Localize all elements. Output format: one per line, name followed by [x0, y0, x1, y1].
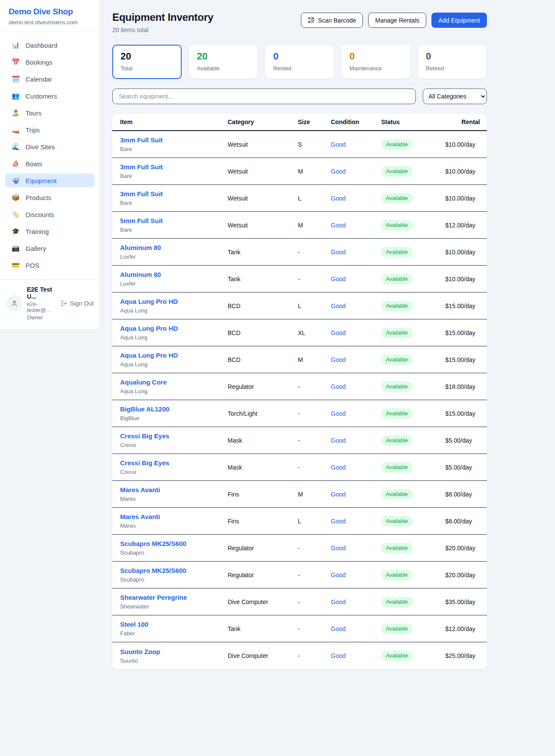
- search-input[interactable]: [112, 89, 416, 104]
- item-condition-link[interactable]: Good: [331, 195, 346, 202]
- item-category: BCD: [228, 329, 298, 336]
- table-row: 5mm Full Suit Bare Wetsuit M Good Availa…: [112, 212, 487, 239]
- sidebar-item-equipment[interactable]: 🤿 Equipment: [5, 174, 95, 187]
- status-badge: Available: [381, 651, 413, 661]
- item-link[interactable]: Mares Avanti: [120, 513, 228, 520]
- item-size: -: [298, 545, 331, 552]
- sidebar-item-trips[interactable]: 🚤 Trips: [5, 123, 95, 137]
- stat-card-available[interactable]: 20 Available: [189, 45, 258, 79]
- item-condition-link[interactable]: Good: [331, 410, 346, 417]
- stat-card-retired[interactable]: 0 Retired: [418, 45, 487, 79]
- brand-domain: demo.test.divestreams.com: [9, 19, 91, 26]
- sidebar-item-customers[interactable]: 👥 Customers: [5, 89, 95, 103]
- item-condition-link[interactable]: Good: [331, 491, 346, 498]
- item-link[interactable]: BigBlue AL1200: [120, 405, 228, 413]
- item-size: -: [298, 276, 331, 283]
- stat-card-total[interactable]: 20 Total: [112, 45, 182, 79]
- item-link[interactable]: 5mm Full Suit: [120, 217, 228, 224]
- item-size: M: [298, 168, 331, 175]
- item-condition-link[interactable]: Good: [331, 545, 346, 552]
- sidebar-item-dive-sites[interactable]: 🌊 Dive Sites: [5, 140, 95, 154]
- item-condition-link[interactable]: Good: [331, 598, 346, 605]
- item-link[interactable]: Aluminum 80: [120, 244, 228, 251]
- sidebar-item-training[interactable]: 🎓 Training: [5, 224, 95, 238]
- item-link[interactable]: Suunto Zoop: [120, 648, 228, 655]
- item-condition-link[interactable]: Good: [331, 518, 346, 525]
- item-condition-link[interactable]: Good: [331, 329, 346, 336]
- item-link[interactable]: Cressi Big Eyes: [120, 432, 228, 440]
- scan-barcode-button[interactable]: Scan Barcode: [301, 13, 363, 28]
- item-brand: Aqua Lung: [120, 388, 228, 394]
- item-link[interactable]: Cressi Big Eyes: [120, 459, 228, 467]
- status-badge: Available: [381, 220, 413, 230]
- sidebar-item-label: Dashboard: [26, 42, 57, 49]
- sidebar-item-discounts[interactable]: 🏷️ Discounts: [5, 207, 95, 221]
- sign-out-button[interactable]: Sign Out: [61, 300, 94, 307]
- item-link[interactable]: 3mm Full Suit: [120, 190, 228, 197]
- sidebar-item-dashboard[interactable]: 📊 Dashboard: [5, 38, 95, 52]
- item-brand: Aqua Lung: [120, 361, 228, 368]
- sidebar-item-label: Dive Sites: [26, 143, 55, 151]
- category-select[interactable]: All Categories: [423, 89, 487, 104]
- item-category: BCD: [228, 302, 298, 309]
- training-icon: 🎓: [11, 227, 20, 235]
- status-badge: Available: [381, 435, 413, 446]
- item-condition-link[interactable]: Good: [331, 383, 346, 390]
- trips-icon: 🚤: [11, 126, 20, 134]
- item-condition-link[interactable]: Good: [331, 652, 346, 659]
- item-condition-link[interactable]: Good: [331, 625, 346, 632]
- item-rental-rate: $5.00/day: [445, 437, 480, 444]
- item-rental-rate: $12.00/day: [445, 625, 480, 632]
- sidebar-item-tours[interactable]: 🏝️ Tours: [5, 106, 95, 120]
- sidebar-item-bookings[interactable]: 📅 Bookings: [5, 55, 95, 69]
- item-brand: Bare: [120, 227, 228, 233]
- item-condition-link[interactable]: Good: [331, 356, 346, 363]
- item-link[interactable]: Aluminum 80: [120, 271, 228, 278]
- item-size: -: [298, 410, 331, 417]
- table-row: 3mm Full Suit Bare Wetsuit S Good Availa…: [112, 131, 487, 158]
- table-row: Mares Avanti Mares Fins M Good Available…: [112, 481, 487, 508]
- item-link[interactable]: Steel 100: [120, 621, 228, 628]
- item-link[interactable]: Mares Avanti: [120, 486, 228, 493]
- item-rental-rate: $10.00/day: [445, 276, 480, 283]
- item-rental-rate: $15.00/day: [445, 329, 480, 336]
- page-title: Equipment Inventory: [112, 11, 213, 23]
- item-condition-link[interactable]: Good: [331, 168, 346, 175]
- sidebar-item-label: Customers: [26, 92, 57, 100]
- item-condition-link[interactable]: Good: [331, 302, 346, 309]
- item-link[interactable]: Shearwater Peregrine: [120, 594, 228, 601]
- sidebar-item-calendar[interactable]: 🗓️ Calendar: [5, 72, 95, 86]
- add-equipment-button[interactable]: Add Equipment: [431, 13, 487, 28]
- item-rental-rate: $12.00/day: [445, 222, 480, 229]
- item-size: S: [298, 141, 331, 148]
- item-rental-rate: $10.00/day: [445, 195, 480, 202]
- sidebar-item-pos[interactable]: 💳 POS: [5, 258, 95, 272]
- item-link[interactable]: Scubapro MK25/S600: [120, 540, 228, 547]
- manage-rentals-button[interactable]: Manage Rentals: [368, 13, 426, 28]
- item-condition-link[interactable]: Good: [331, 572, 346, 579]
- item-link[interactable]: Aqua Lung Pro HD: [120, 352, 228, 359]
- item-link[interactable]: Aqualung Core: [120, 378, 228, 386]
- item-brand: Luxfer: [120, 280, 228, 287]
- stat-card-rented[interactable]: 0 Rented: [265, 45, 334, 79]
- sidebar-item-gallery[interactable]: 📸 Gallery: [5, 241, 95, 255]
- sidebar-item-label: Discounts: [26, 211, 54, 218]
- item-link[interactable]: 3mm Full Suit: [120, 136, 228, 144]
- item-link[interactable]: Aqua Lung Pro HD: [120, 325, 228, 332]
- item-condition-link[interactable]: Good: [331, 464, 346, 471]
- item-link[interactable]: Scubapro MK25/S600: [120, 567, 228, 574]
- item-condition-link[interactable]: Good: [331, 249, 346, 256]
- sidebar-item-products[interactable]: 📦 Products: [5, 191, 95, 204]
- stat-card-maintenance[interactable]: 0 Maintenance: [341, 45, 411, 79]
- item-link[interactable]: 3mm Full Suit: [120, 163, 228, 171]
- item-condition-link[interactable]: Good: [331, 276, 346, 283]
- user-role: Owner: [27, 315, 56, 321]
- item-link[interactable]: Aqua Lung Pro HD: [120, 298, 228, 305]
- user-name: E2E Test U...: [27, 286, 56, 300]
- item-rental-rate: $35.00/day: [445, 598, 480, 605]
- sign-out-label: Sign Out: [70, 300, 94, 307]
- item-condition-link[interactable]: Good: [331, 222, 346, 229]
- item-condition-link[interactable]: Good: [331, 437, 346, 444]
- sidebar-item-boats[interactable]: ⛵ Boats: [5, 157, 95, 171]
- item-condition-link[interactable]: Good: [331, 141, 346, 148]
